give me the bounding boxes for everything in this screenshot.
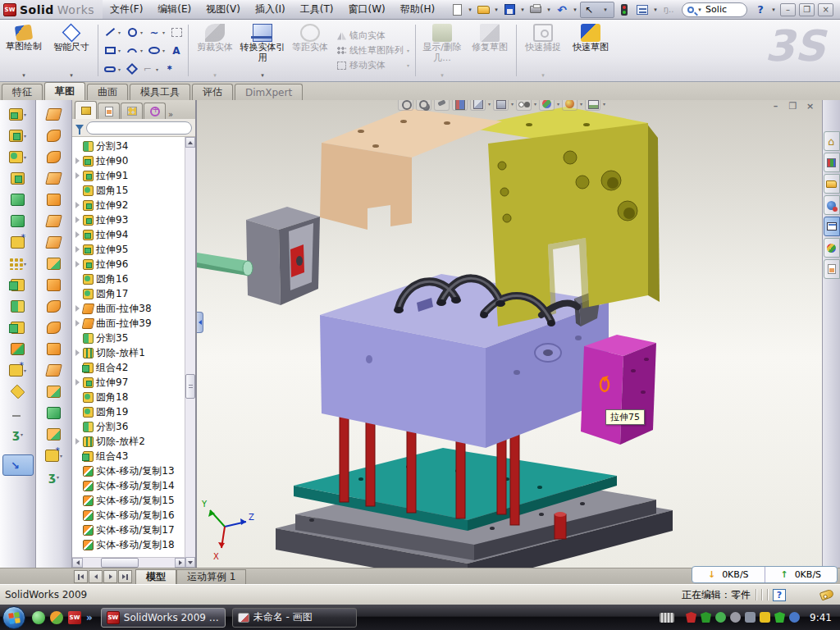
search-scope-dropdown[interactable]: ▾ — [696, 7, 703, 13]
doc-close-button[interactable]: × — [803, 100, 817, 112]
tab-sketch[interactable]: 草图 — [44, 82, 85, 100]
tree-item[interactable]: 圆角16 — [72, 272, 185, 286]
previous-tab-button[interactable] — [89, 570, 103, 583]
print-dropdown[interactable]: ▾ — [546, 7, 552, 13]
replace-face-button[interactable] — [40, 340, 68, 358]
tree-item[interactable]: 实体-移动/复制14 — [72, 478, 185, 493]
wrap-button[interactable] — [4, 233, 32, 251]
restore-button[interactable]: ❒ — [799, 3, 815, 16]
tree-item[interactable]: 拉伸95 — [72, 242, 185, 257]
dropdown-arrow[interactable]: ▾ — [534, 101, 536, 107]
display-style-icon[interactable] — [493, 100, 509, 111]
open-button[interactable] — [475, 2, 491, 17]
keyboard-tray-icon[interactable] — [660, 613, 674, 623]
shell-button[interactable] — [4, 190, 32, 208]
section-view-icon[interactable] — [452, 100, 468, 111]
top-plate-tan[interactable] — [320, 108, 502, 230]
menu-help[interactable]: 帮助(H) — [393, 0, 442, 19]
help-dropdown[interactable]: ▾ — [770, 7, 777, 13]
edit-appearance-icon[interactable] — [539, 100, 555, 111]
graphics-viewport[interactable]: Y Z X ▾▾▾▾▾▾ – ❒ × 拉伸75 — [197, 100, 822, 568]
dimxpert-manager-tab[interactable] — [144, 103, 166, 119]
expand-arrow-icon[interactable] — [74, 202, 80, 208]
view-palette-tab[interactable] — [824, 217, 840, 236]
tree-item[interactable]: 拉伸94 — [72, 227, 185, 242]
minimize-button[interactable]: – — [780, 3, 796, 16]
selection-box-button[interactable] — [169, 25, 184, 39]
mold-assembly-model[interactable]: Y Z X — [197, 100, 822, 568]
rapid-sketch-button[interactable]: 快速草图 — [567, 21, 614, 80]
save-dropdown[interactable]: ▾ — [519, 7, 526, 13]
tree-item[interactable]: 切除-放样2 — [72, 434, 185, 449]
tags-icon[interactable] — [819, 589, 834, 601]
options-button[interactable] — [634, 2, 651, 17]
tree-item[interactable]: 实体-移动/复制16 — [72, 508, 185, 523]
tree-item[interactable]: 分割36 — [72, 419, 185, 434]
insert-part-button[interactable]: ▾ — [4, 361, 32, 379]
tree-item[interactable]: 分割34 — [72, 139, 185, 153]
health-monitor-icon[interactable] — [774, 612, 785, 623]
search-box[interactable]: ▾ — [682, 2, 747, 17]
menu-window[interactable]: 窗口(W) — [340, 0, 392, 19]
doc-restore-button[interactable]: ❒ — [786, 100, 800, 112]
undo-dropdown[interactable]: ▾ — [572, 7, 578, 13]
dropdown-arrow[interactable]: ▾ — [557, 101, 559, 107]
network-status-icon[interactable] — [745, 612, 756, 623]
tree-horizontal-scrollbar[interactable] — [72, 557, 185, 568]
mirror-bodies-button[interactable] — [4, 276, 32, 294]
configuration-manager-tab[interactable] — [121, 103, 143, 119]
next-tab-button[interactable] — [103, 570, 117, 583]
feature-manager-tab[interactable] — [75, 101, 97, 119]
undo-button[interactable]: ↶ — [554, 2, 570, 17]
scroll-right-button[interactable] — [175, 558, 185, 568]
instant3d-button[interactable]: ↘ — [2, 454, 34, 476]
expand-arrow-icon[interactable] — [74, 379, 80, 386]
ellipse-tool-button[interactable] — [147, 44, 162, 57]
start-button[interactable] — [2, 606, 25, 629]
media-quicklaunch-icon[interactable] — [50, 611, 63, 624]
ruled-surface-button[interactable] — [40, 404, 68, 422]
expand-arrow-icon[interactable] — [74, 246, 80, 253]
combine-tool-button[interactable] — [4, 318, 32, 336]
zoom-area-icon[interactable] — [416, 100, 431, 111]
property-manager-tab[interactable] — [98, 103, 120, 119]
options-dropdown[interactable]: ▾ — [652, 7, 659, 13]
scroll-down-button[interactable] — [185, 557, 195, 568]
expand-arrow-icon[interactable] — [74, 172, 80, 179]
tab-dimxpert[interactable]: DimXpert — [235, 84, 303, 100]
tree-item[interactable]: 拉伸92 — [72, 198, 185, 212]
spline-tool-button[interactable]: ~ — [147, 25, 162, 39]
volume-icon[interactable] — [730, 612, 741, 623]
convert-entities-button[interactable]: 转换实体引用 ▾ — [239, 21, 286, 80]
help-button[interactable]: ? — [752, 2, 769, 17]
tree-item[interactable]: 拉伸96 — [72, 257, 185, 272]
slider-block-magenta[interactable] — [581, 335, 656, 445]
antivirus-icon[interactable] — [701, 612, 711, 623]
extruded-cut-button[interactable]: ▾ — [4, 126, 32, 144]
delete-face-button[interactable] — [40, 318, 68, 336]
search-tab[interactable] — [824, 195, 840, 215]
dropdown-arrow[interactable]: ▾ — [488, 101, 491, 107]
taskbar-task-sw[interactable]: SWSolidWorks 2009 - ... — [101, 608, 226, 628]
move-copy-body-button[interactable] — [4, 340, 32, 358]
tree-item[interactable]: 分割35 — [72, 331, 185, 345]
tree-item[interactable]: 实体-移动/复制18 — [72, 537, 185, 552]
tab-surfaces[interactable]: 曲面 — [87, 84, 128, 100]
chamfer-button[interactable] — [4, 169, 32, 187]
expand-arrow-icon[interactable] — [74, 217, 80, 223]
doc-minimize-button[interactable]: – — [769, 100, 783, 112]
solidworks-quicklaunch-icon[interactable]: SW — [68, 611, 81, 624]
view-orientation-icon[interactable] — [470, 100, 486, 111]
tree-item[interactable]: 圆角18 — [72, 390, 185, 404]
tree-item[interactable]: 组合43 — [72, 449, 185, 463]
tree-item[interactable]: 切除-放样1 — [72, 345, 185, 360]
new-document-button[interactable] — [449, 2, 465, 17]
trim-surface-button[interactable] — [40, 297, 68, 315]
zoom-fit-icon[interactable] — [398, 100, 413, 111]
spiral-button[interactable]: ʒ▾ — [40, 468, 68, 486]
expand-arrow-icon[interactable] — [74, 320, 80, 326]
surface-sweep-button[interactable] — [40, 148, 68, 166]
offset-surface-button[interactable] — [40, 254, 68, 272]
security-alert-icon[interactable] — [686, 612, 696, 623]
planar-surface-button[interactable] — [40, 233, 68, 251]
